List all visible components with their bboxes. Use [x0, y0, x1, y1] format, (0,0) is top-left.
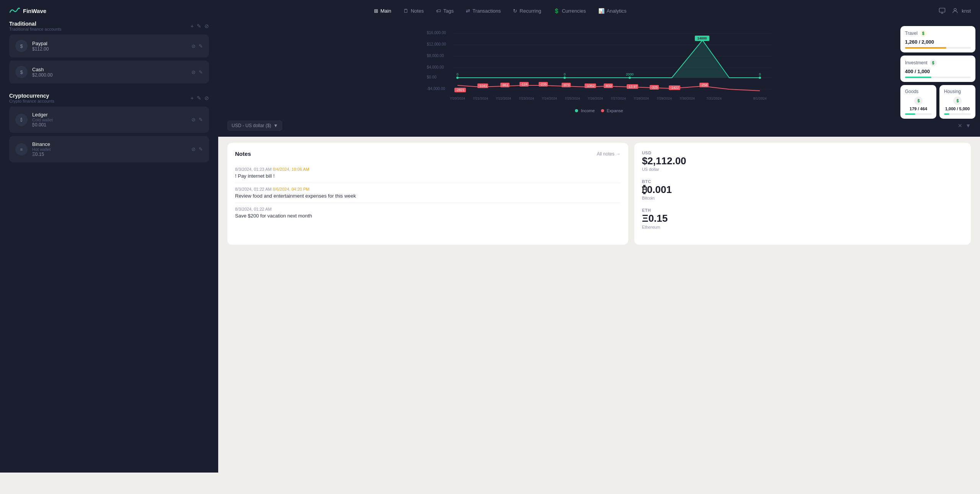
logo[interactable]: FinWave [9, 7, 46, 15]
chart-svg: $16,000.00 $12,000.00 $8,000.00 $4,000.0… [227, 29, 971, 105]
content-bottom: Notes All notes → 8/3/2024, 01:23 AM 8/4… [218, 137, 980, 251]
currency-item-btc: BTC ₿0.001 Bitcoin [642, 179, 963, 200]
svg-text:$0.00: $0.00 [427, 75, 436, 79]
svg-text:7/25/2024: 7/25/2024 [565, 97, 580, 100]
svg-text:0: 0 [456, 72, 458, 76]
hide-crypto-group-icon[interactable]: ⊘ [204, 95, 209, 101]
budget-card-investment-header: Investment 💲 [905, 59, 971, 66]
account-card-ledger[interactable]: ₿ Ledger Cold wallet ₿0.001 ⊘ ✎ [9, 106, 209, 133]
budget-cards-row: Goods 💲 179 / 464 Housing 💲 [900, 85, 975, 119]
add-traditional-account-icon[interactable]: + [191, 23, 194, 29]
account-group-traditional-actions: + ✎ ⊘ [191, 23, 209, 29]
edit-crypto-group-icon[interactable]: ✎ [197, 95, 201, 101]
svg-text:-2821: -2821 [456, 88, 464, 92]
edit-cash-icon[interactable]: ✎ [199, 69, 203, 75]
nav-tags[interactable]: 🏷 Tags [431, 6, 459, 16]
binance-info: Binance Hot wallet Ξ0.15 [32, 141, 187, 157]
svg-text:-$4,000.00: -$4,000.00 [427, 87, 445, 91]
notes-panel: Notes All notes → 8/3/2024, 01:23 AM 8/4… [227, 143, 628, 245]
nav-analytics[interactable]: 📊 Analytics [593, 6, 632, 16]
dropdown-chevron-icon: ▼ [273, 123, 278, 128]
svg-text:-258: -258 [701, 83, 707, 87]
hide-binance-icon[interactable]: ⊘ [191, 146, 196, 152]
income-legend-dot [575, 109, 578, 112]
svg-text:0: 0 [759, 72, 761, 76]
transactions-icon: ⇄ [466, 8, 470, 14]
budget-card-travel[interactable]: Travel 💲 1,260 / 2,000 [900, 26, 975, 52]
housing-budget-icon: 💲 [953, 97, 962, 105]
budget-card-goods[interactable]: Goods 💲 179 / 464 [900, 85, 936, 119]
svg-text:-13.97: -13.97 [627, 85, 637, 88]
svg-text:-1422: -1422 [670, 86, 679, 90]
edit-binance-icon[interactable]: ✎ [199, 146, 203, 152]
account-card-paypal[interactable]: $ Paypal $112.00 ⊘ ✎ [9, 34, 209, 57]
notes-nav-icon: 🗒 [403, 8, 408, 14]
note-edit-date-2: 8/6/2024, 04:20 PM [273, 187, 309, 191]
svg-text:2000: 2000 [626, 72, 634, 76]
account-card-binance[interactable]: ≡ Binance Hot wallet Ξ0.15 ⊘ ✎ [9, 136, 209, 162]
hide-cash-icon[interactable]: ⊘ [191, 69, 196, 75]
account-group-crypto-header: Cryptocurrency Crypto finance accounts +… [9, 93, 209, 103]
right-content: + New transaction 🏷 New tag 💲 New curren… [218, 0, 980, 473]
nav-recurring[interactable]: ↻ Recurring [508, 6, 546, 16]
account-group-crypto-actions: + ✎ ⊘ [191, 95, 209, 101]
edit-ledger-icon[interactable]: ✎ [199, 117, 203, 123]
left-panel: Accounts ⓘ Traditional Traditional finan… [0, 0, 218, 473]
nav-main[interactable]: ⊞ Main [369, 6, 397, 16]
monitor-icon[interactable] [939, 7, 946, 14]
expense-legend-dot [601, 109, 604, 112]
investment-budget-icon: 💲 [930, 59, 937, 66]
nav-transactions[interactable]: ⇄ Transactions [461, 6, 506, 16]
note-edit-date-1: 8/4/2024, 10:06 AM [273, 167, 309, 172]
svg-text:-124: -124 [521, 82, 528, 86]
hide-ledger-icon[interactable]: ⊘ [191, 117, 196, 123]
user-menu[interactable]: knst [952, 7, 971, 14]
svg-text:-235: -235 [540, 82, 547, 86]
svg-text:7/27/2024: 7/27/2024 [611, 97, 626, 100]
currency-select-dropdown[interactable]: USD - US dollar ($) ▼ [227, 121, 282, 131]
budget-card-housing[interactable]: Housing 💲 1,000 / 5,000 [939, 85, 975, 119]
note-meta-3: 8/3/2024, 01:22 AM [235, 207, 621, 211]
currency-selector-actions: ✕ ▼ [958, 123, 971, 129]
svg-point-47 [759, 77, 761, 79]
note-item-3[interactable]: 8/3/2024, 01:22 AM Save $200 for vacatio… [235, 203, 621, 222]
logo-icon [9, 7, 20, 15]
investment-progress-bar [905, 77, 971, 78]
account-card-cash[interactable]: $ Cash $2,000.00 ⊘ ✎ [9, 61, 209, 83]
svg-text:-1352: -1352 [586, 84, 595, 88]
nav-notes[interactable]: 🗒 Notes [398, 6, 429, 16]
edit-paypal-icon[interactable]: ✎ [199, 43, 203, 49]
note-meta-1: 8/3/2024, 01:23 AM 8/4/2024, 10:06 AM [235, 167, 621, 172]
currency-selector: USD - US dollar ($) ▼ ✕ ▼ [218, 118, 980, 137]
analytics-icon: 📊 [598, 8, 604, 14]
travel-progress-fill [905, 47, 946, 49]
currency-close-v-icon[interactable]: ▼ [965, 123, 971, 129]
nav-currencies[interactable]: 💲 Currencies [548, 6, 591, 16]
edit-traditional-group-icon[interactable]: ✎ [197, 23, 201, 29]
main-icon: ⊞ [374, 8, 378, 14]
chart-legend: Income Expanse [227, 108, 971, 113]
topnav: FinWave ⊞ Main 🗒 Notes 🏷 Tags ⇄ Transact… [0, 0, 980, 21]
note-item-1[interactable]: 8/3/2024, 01:23 AM 8/4/2024, 10:06 AM ! … [235, 163, 621, 183]
svg-point-43 [564, 77, 566, 79]
budget-card-investment[interactable]: Investment 💲 400 / 1,000 [900, 56, 975, 82]
svg-text:-325: -325 [651, 85, 658, 89]
budget-card-travel-header: Travel 💲 [905, 30, 971, 37]
budget-card-housing-header: Housing [944, 89, 971, 94]
hide-paypal-icon[interactable]: ⊘ [191, 43, 196, 49]
travel-budget-amounts: 1,260 / 2,000 [905, 39, 971, 45]
currencies-panel: USD $2,112.00 US dollar BTC ₿0.001 Bitco… [634, 143, 971, 245]
svg-text:7/28/2024: 7/28/2024 [634, 97, 649, 100]
note-item-2[interactable]: 8/3/2024, 01:22 AM 8/6/2024, 04:20 PM Re… [235, 183, 621, 203]
account-group-crypto: Cryptocurrency Crypto finance accounts +… [9, 93, 209, 162]
add-crypto-account-icon[interactable]: + [191, 95, 194, 101]
ledger-info: Ledger Cold wallet ₿0.001 [32, 112, 187, 128]
binance-card-actions: ⊘ ✎ [191, 146, 203, 152]
hide-traditional-group-icon[interactable]: ⊘ [204, 23, 209, 29]
housing-budget-amounts: 1,000 / 5,000 [944, 106, 971, 111]
currency-close-x-icon[interactable]: ✕ [958, 123, 962, 129]
binance-icon: ≡ [15, 143, 28, 155]
tags-icon: 🏷 [436, 8, 441, 14]
all-notes-link[interactable]: All notes → [597, 151, 621, 157]
account-group-traditional-info: Traditional Traditional finance accounts [9, 21, 62, 31]
